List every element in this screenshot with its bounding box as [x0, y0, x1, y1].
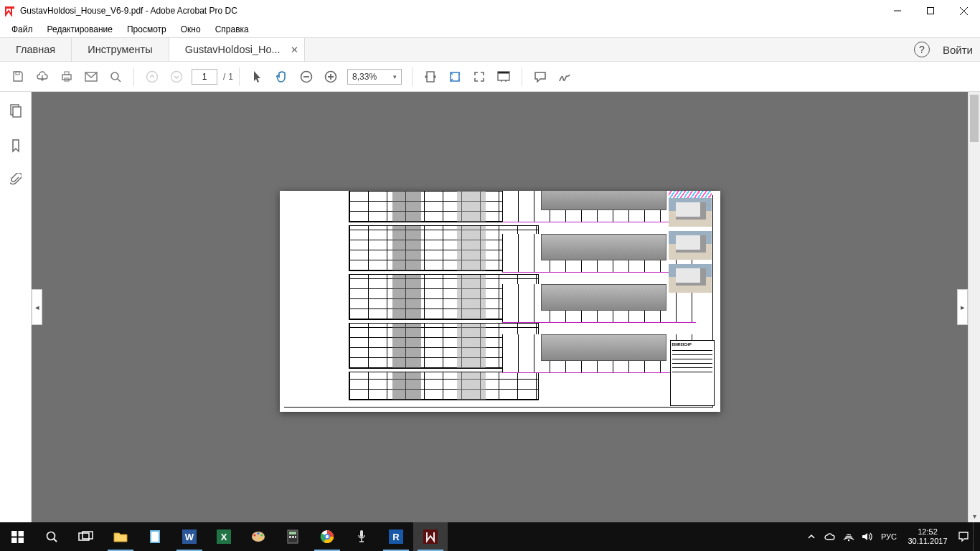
scrollbar-thumb[interactable]: [970, 95, 979, 142]
start-button[interactable]: [0, 522, 34, 551]
svg-rect-14: [498, 73, 509, 80]
tray-clock[interactable]: 12:52 30.11.2017: [901, 527, 954, 546]
taskbar-acrobat[interactable]: [413, 522, 448, 551]
zoom-in-icon[interactable]: [319, 65, 343, 89]
page-up-icon[interactable]: [140, 65, 164, 89]
show-desktop-button[interactable]: [973, 522, 980, 551]
cloud-icon[interactable]: [30, 65, 55, 89]
sign-icon[interactable]: [552, 65, 577, 89]
elevation-view: [502, 234, 696, 273]
signin-button[interactable]: Войти: [943, 44, 973, 56]
svg-rect-1: [928, 8, 934, 14]
svg-point-7: [111, 72, 118, 80]
tab-document-label: GustavHoldosi_Ho...: [185, 44, 281, 55]
taskbar-revit[interactable]: R: [379, 522, 413, 551]
email-icon[interactable]: [79, 65, 103, 89]
attachments-icon[interactable]: [6, 171, 25, 189]
vertical-scrollbar[interactable]: ▴ ▾: [968, 92, 980, 522]
workspace: ◂ EINREI: [0, 92, 980, 522]
fit-width-icon[interactable]: [418, 65, 443, 89]
search-icon[interactable]: [103, 65, 128, 89]
comment-icon[interactable]: [528, 65, 552, 89]
taskbar-paint[interactable]: [241, 522, 275, 551]
tabs-row: Главная Инструменты GustavHoldosi_Ho... …: [0, 37, 980, 62]
print-icon[interactable]: [55, 65, 79, 89]
svg-rect-25: [151, 532, 159, 542]
titlebar: GustavHoldosi_House_V6-9.pdf - Adobe Acr…: [0, 0, 980, 22]
menu-view[interactable]: Просмотр: [120, 23, 174, 36]
tab-document[interactable]: GustavHoldosi_Ho... ✕: [169, 38, 305, 61]
save-icon[interactable]: [6, 65, 30, 89]
taskbar-notepad[interactable]: [138, 522, 172, 551]
task-view-icon[interactable]: [69, 522, 103, 551]
svg-rect-18: [18, 531, 24, 537]
tab-home-label: Главная: [16, 44, 55, 55]
menubar: Файл Редактирование Просмотр Окно Справк…: [0, 22, 980, 37]
elevation-view: [502, 334, 696, 373]
tray-action-center-icon[interactable]: [954, 522, 973, 551]
tray-volume-icon[interactable]: [858, 522, 877, 551]
svg-rect-16: [13, 107, 21, 117]
tray-date: 30.11.2017: [908, 537, 947, 546]
taskbar-mic[interactable]: [344, 522, 379, 551]
bookmark-icon[interactable]: [6, 136, 25, 155]
svg-point-34: [259, 537, 261, 540]
menu-file[interactable]: Файл: [4, 23, 40, 36]
system-tray: РУС 12:52 30.11.2017: [802, 522, 980, 551]
read-mode-icon[interactable]: [491, 65, 516, 89]
fullscreen-icon[interactable]: [467, 65, 491, 89]
tray-language[interactable]: РУС: [877, 522, 901, 551]
tray-overflow-icon[interactable]: [802, 522, 821, 551]
svg-rect-17: [11, 531, 17, 537]
help-icon[interactable]: ?: [914, 42, 930, 57]
window-close-button[interactable]: [947, 0, 980, 22]
thumbnails-icon[interactable]: [6, 102, 25, 121]
taskbar-word[interactable]: W: [172, 522, 207, 551]
svg-text:R: R: [392, 532, 400, 542]
taskbar-excel[interactable]: X: [207, 522, 241, 551]
menu-window[interactable]: Окно: [174, 23, 208, 36]
render-thumb: [669, 198, 712, 227]
taskbar-search-icon[interactable]: [34, 522, 69, 551]
zoom-dropdown[interactable]: 8,33% ▾: [347, 69, 402, 85]
page-number-input[interactable]: [192, 69, 217, 85]
svg-rect-43: [360, 530, 363, 537]
taskbar-explorer[interactable]: [103, 522, 138, 551]
tab-home[interactable]: Главная: [0, 38, 72, 61]
right-panel-toggle[interactable]: ▸: [957, 289, 968, 325]
menu-help[interactable]: Справка: [208, 23, 256, 36]
left-panel-toggle[interactable]: ◂: [32, 289, 42, 325]
tray-onedrive-icon[interactable]: [821, 522, 839, 551]
svg-point-32: [257, 532, 259, 534]
taskbar-chrome[interactable]: [310, 522, 344, 551]
taskbar-calculator[interactable]: [275, 522, 310, 551]
svg-rect-19: [11, 537, 17, 543]
svg-rect-3: [62, 75, 71, 80]
tab-tools[interactable]: Инструменты: [72, 38, 169, 61]
render-thumb: [669, 264, 712, 293]
menu-edit[interactable]: Редактирование: [40, 23, 120, 36]
window-maximize-button[interactable]: [914, 0, 947, 22]
document-canvas[interactable]: ◂ EINREI: [32, 92, 980, 522]
titleblock: EINREICHP: [670, 340, 715, 406]
fit-page-icon[interactable]: [443, 65, 467, 89]
svg-rect-20: [18, 537, 24, 543]
svg-rect-37: [289, 536, 291, 538]
tab-close-icon[interactable]: ✕: [291, 44, 298, 55]
page-down-icon[interactable]: [164, 65, 189, 89]
tray-time: 12:52: [918, 527, 938, 537]
titleblock-heading: EINREICHP: [672, 342, 712, 347]
hand-tool-icon[interactable]: [270, 65, 294, 89]
elevations-column: [502, 191, 696, 385]
navigation-pane: [0, 92, 32, 522]
svg-text:X: X: [221, 532, 227, 542]
selection-tool-icon[interactable]: [245, 65, 270, 89]
svg-point-33: [260, 534, 263, 536]
zoom-out-icon[interactable]: [294, 65, 319, 89]
toolbar: / 1 8,33% ▾: [0, 62, 980, 92]
scroll-down-icon[interactable]: ▾: [969, 510, 980, 522]
svg-rect-39: [295, 536, 296, 538]
window-title: GustavHoldosi_House_V6-9.pdf - Adobe Acr…: [20, 6, 237, 16]
tray-network-icon[interactable]: [839, 522, 858, 551]
window-minimize-button[interactable]: [881, 0, 914, 22]
